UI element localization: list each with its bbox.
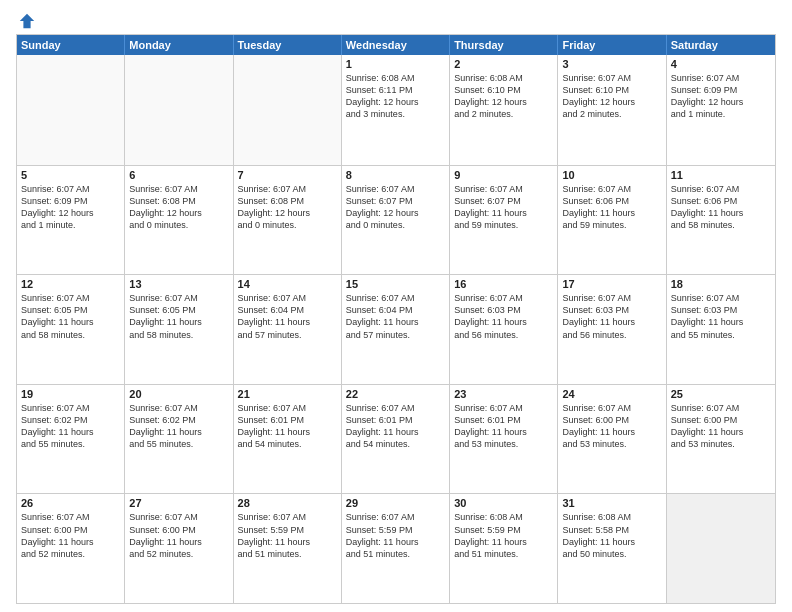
day-info: Sunrise: 6:07 AM Sunset: 6:01 PM Dayligh… (346, 402, 445, 451)
calendar: SundayMondayTuesdayWednesdayThursdayFrid… (16, 34, 776, 604)
day-number: 28 (238, 497, 337, 509)
day-number: 8 (346, 169, 445, 181)
weekday-header: Saturday (667, 35, 775, 55)
day-info: Sunrise: 6:07 AM Sunset: 6:03 PM Dayligh… (454, 292, 553, 341)
calendar-cell: 13Sunrise: 6:07 AM Sunset: 6:05 PM Dayli… (125, 275, 233, 384)
calendar-cell: 28Sunrise: 6:07 AM Sunset: 5:59 PM Dayli… (234, 494, 342, 603)
calendar-cell: 31Sunrise: 6:08 AM Sunset: 5:58 PM Dayli… (558, 494, 666, 603)
svg-marker-0 (20, 14, 34, 28)
day-info: Sunrise: 6:07 AM Sunset: 6:06 PM Dayligh… (562, 183, 661, 232)
day-number: 11 (671, 169, 771, 181)
day-number: 10 (562, 169, 661, 181)
day-number: 22 (346, 388, 445, 400)
day-info: Sunrise: 6:07 AM Sunset: 6:01 PM Dayligh… (454, 402, 553, 451)
calendar-cell: 20Sunrise: 6:07 AM Sunset: 6:02 PM Dayli… (125, 385, 233, 494)
calendar-week: 1Sunrise: 6:08 AM Sunset: 6:11 PM Daylig… (17, 55, 775, 165)
calendar-cell: 10Sunrise: 6:07 AM Sunset: 6:06 PM Dayli… (558, 166, 666, 275)
day-number: 20 (129, 388, 228, 400)
weekday-header: Tuesday (234, 35, 342, 55)
day-number: 31 (562, 497, 661, 509)
day-number: 27 (129, 497, 228, 509)
day-number: 1 (346, 58, 445, 70)
calendar-cell: 9Sunrise: 6:07 AM Sunset: 6:07 PM Daylig… (450, 166, 558, 275)
calendar-cell: 21Sunrise: 6:07 AM Sunset: 6:01 PM Dayli… (234, 385, 342, 494)
weekday-header: Wednesday (342, 35, 450, 55)
day-info: Sunrise: 6:07 AM Sunset: 6:02 PM Dayligh… (129, 402, 228, 451)
day-number: 15 (346, 278, 445, 290)
day-info: Sunrise: 6:07 AM Sunset: 6:07 PM Dayligh… (454, 183, 553, 232)
day-info: Sunrise: 6:07 AM Sunset: 6:05 PM Dayligh… (21, 292, 120, 341)
day-number: 23 (454, 388, 553, 400)
calendar-cell: 5Sunrise: 6:07 AM Sunset: 6:09 PM Daylig… (17, 166, 125, 275)
day-info: Sunrise: 6:07 AM Sunset: 6:06 PM Dayligh… (671, 183, 771, 232)
calendar-cell: 27Sunrise: 6:07 AM Sunset: 6:00 PM Dayli… (125, 494, 233, 603)
day-info: Sunrise: 6:07 AM Sunset: 6:00 PM Dayligh… (21, 511, 120, 560)
day-number: 7 (238, 169, 337, 181)
day-info: Sunrise: 6:07 AM Sunset: 6:02 PM Dayligh… (21, 402, 120, 451)
day-info: Sunrise: 6:07 AM Sunset: 6:08 PM Dayligh… (238, 183, 337, 232)
calendar-cell: 23Sunrise: 6:07 AM Sunset: 6:01 PM Dayli… (450, 385, 558, 494)
day-info: Sunrise: 6:07 AM Sunset: 6:10 PM Dayligh… (562, 72, 661, 121)
calendar-cell: 3Sunrise: 6:07 AM Sunset: 6:10 PM Daylig… (558, 55, 666, 165)
calendar-cell: 30Sunrise: 6:08 AM Sunset: 5:59 PM Dayli… (450, 494, 558, 603)
calendar-cell: 14Sunrise: 6:07 AM Sunset: 6:04 PM Dayli… (234, 275, 342, 384)
calendar-week: 26Sunrise: 6:07 AM Sunset: 6:00 PM Dayli… (17, 493, 775, 603)
weekday-header: Monday (125, 35, 233, 55)
calendar-cell (667, 494, 775, 603)
day-number: 16 (454, 278, 553, 290)
logo-icon (18, 12, 36, 30)
calendar-week: 12Sunrise: 6:07 AM Sunset: 6:05 PM Dayli… (17, 274, 775, 384)
day-number: 9 (454, 169, 553, 181)
weekday-header: Sunday (17, 35, 125, 55)
calendar-cell: 25Sunrise: 6:07 AM Sunset: 6:00 PM Dayli… (667, 385, 775, 494)
day-info: Sunrise: 6:08 AM Sunset: 5:59 PM Dayligh… (454, 511, 553, 560)
day-info: Sunrise: 6:07 AM Sunset: 6:05 PM Dayligh… (129, 292, 228, 341)
day-info: Sunrise: 6:07 AM Sunset: 5:59 PM Dayligh… (238, 511, 337, 560)
calendar-cell: 19Sunrise: 6:07 AM Sunset: 6:02 PM Dayli… (17, 385, 125, 494)
day-number: 6 (129, 169, 228, 181)
calendar-cell: 24Sunrise: 6:07 AM Sunset: 6:00 PM Dayli… (558, 385, 666, 494)
day-info: Sunrise: 6:07 AM Sunset: 6:00 PM Dayligh… (671, 402, 771, 451)
calendar-cell: 8Sunrise: 6:07 AM Sunset: 6:07 PM Daylig… (342, 166, 450, 275)
day-number: 25 (671, 388, 771, 400)
calendar-cell: 2Sunrise: 6:08 AM Sunset: 6:10 PM Daylig… (450, 55, 558, 165)
calendar-cell: 15Sunrise: 6:07 AM Sunset: 6:04 PM Dayli… (342, 275, 450, 384)
day-number: 24 (562, 388, 661, 400)
day-number: 30 (454, 497, 553, 509)
day-number: 5 (21, 169, 120, 181)
day-info: Sunrise: 6:07 AM Sunset: 6:03 PM Dayligh… (562, 292, 661, 341)
day-info: Sunrise: 6:07 AM Sunset: 6:00 PM Dayligh… (129, 511, 228, 560)
calendar-body: 1Sunrise: 6:08 AM Sunset: 6:11 PM Daylig… (17, 55, 775, 603)
day-number: 2 (454, 58, 553, 70)
calendar-cell: 17Sunrise: 6:07 AM Sunset: 6:03 PM Dayli… (558, 275, 666, 384)
day-number: 18 (671, 278, 771, 290)
header (16, 12, 776, 28)
day-info: Sunrise: 6:07 AM Sunset: 6:04 PM Dayligh… (346, 292, 445, 341)
day-info: Sunrise: 6:07 AM Sunset: 6:08 PM Dayligh… (129, 183, 228, 232)
day-number: 13 (129, 278, 228, 290)
calendar-cell: 4Sunrise: 6:07 AM Sunset: 6:09 PM Daylig… (667, 55, 775, 165)
calendar-cell: 12Sunrise: 6:07 AM Sunset: 6:05 PM Dayli… (17, 275, 125, 384)
calendar-header: SundayMondayTuesdayWednesdayThursdayFrid… (17, 35, 775, 55)
day-info: Sunrise: 6:07 AM Sunset: 6:04 PM Dayligh… (238, 292, 337, 341)
calendar-cell: 22Sunrise: 6:07 AM Sunset: 6:01 PM Dayli… (342, 385, 450, 494)
day-number: 14 (238, 278, 337, 290)
day-info: Sunrise: 6:07 AM Sunset: 5:59 PM Dayligh… (346, 511, 445, 560)
calendar-cell: 11Sunrise: 6:07 AM Sunset: 6:06 PM Dayli… (667, 166, 775, 275)
weekday-header: Friday (558, 35, 666, 55)
day-number: 17 (562, 278, 661, 290)
day-info: Sunrise: 6:08 AM Sunset: 5:58 PM Dayligh… (562, 511, 661, 560)
calendar-cell (17, 55, 125, 165)
day-number: 4 (671, 58, 771, 70)
calendar-cell: 29Sunrise: 6:07 AM Sunset: 5:59 PM Dayli… (342, 494, 450, 603)
calendar-cell (234, 55, 342, 165)
day-number: 29 (346, 497, 445, 509)
day-info: Sunrise: 6:07 AM Sunset: 6:09 PM Dayligh… (21, 183, 120, 232)
calendar-week: 5Sunrise: 6:07 AM Sunset: 6:09 PM Daylig… (17, 165, 775, 275)
calendar-week: 19Sunrise: 6:07 AM Sunset: 6:02 PM Dayli… (17, 384, 775, 494)
calendar-cell: 7Sunrise: 6:07 AM Sunset: 6:08 PM Daylig… (234, 166, 342, 275)
day-info: Sunrise: 6:07 AM Sunset: 6:00 PM Dayligh… (562, 402, 661, 451)
logo (16, 12, 36, 28)
day-number: 26 (21, 497, 120, 509)
day-info: Sunrise: 6:07 AM Sunset: 6:03 PM Dayligh… (671, 292, 771, 341)
